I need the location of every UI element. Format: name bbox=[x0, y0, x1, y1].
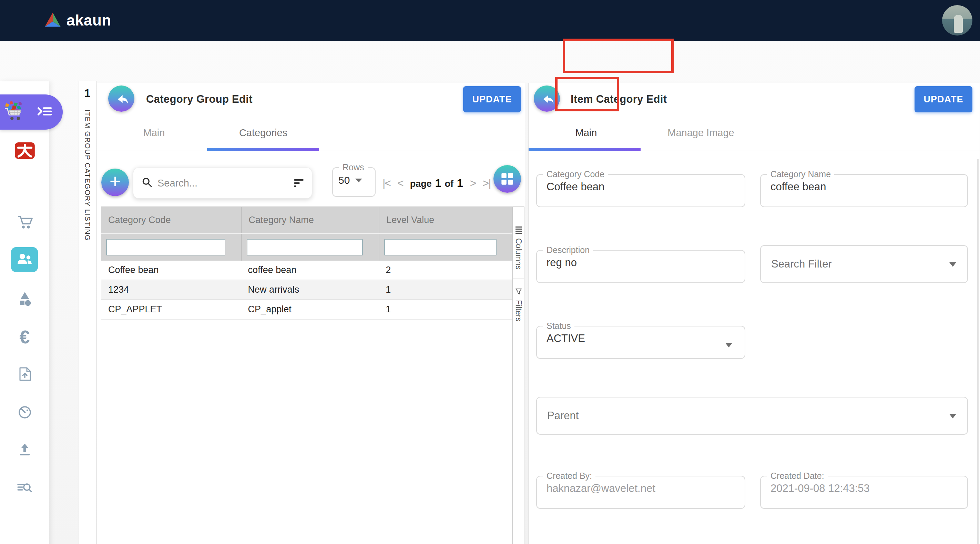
brand-name: akaun bbox=[67, 12, 111, 29]
cell-category-name: CP_applet bbox=[241, 304, 379, 315]
next-page-button[interactable]: > bbox=[470, 177, 476, 190]
header-level-value[interactable]: Level Value bbox=[379, 207, 512, 233]
page-word: page bbox=[410, 179, 432, 189]
sidebar-collapse-banner[interactable] bbox=[0, 94, 63, 129]
annotation-rect-main-tab bbox=[555, 77, 619, 112]
status-value: ACTIVE bbox=[547, 332, 745, 345]
timer-icon[interactable] bbox=[0, 405, 49, 420]
filter-input-category-code[interactable] bbox=[106, 239, 225, 255]
status-select[interactable]: Status ACTIVE bbox=[536, 321, 745, 359]
columns-label: Columns bbox=[514, 238, 523, 270]
back-arrow-icon bbox=[114, 91, 129, 106]
listing-tab-label: ITEM GROUP CATEGORY LISTING bbox=[83, 109, 92, 241]
cell-category-code: CP_APPLET bbox=[101, 304, 241, 315]
table-row[interactable]: CP_APPLET CP_applet 1 bbox=[101, 300, 512, 319]
grid-view-button[interactable] bbox=[493, 165, 521, 193]
tab-categories[interactable]: Categories bbox=[225, 127, 301, 139]
filters-side-tab[interactable]: Filters bbox=[513, 279, 524, 322]
header-category-name[interactable]: Category Name bbox=[241, 207, 379, 233]
cell-category-name: New arrivals bbox=[241, 284, 379, 295]
prev-page-button[interactable]: < bbox=[397, 177, 403, 190]
filters-label: Filters bbox=[514, 300, 523, 322]
active-tab-indicator-left bbox=[207, 148, 319, 151]
people-icon bbox=[16, 252, 33, 268]
grid-icon bbox=[500, 172, 514, 186]
filter-input-level-value[interactable] bbox=[384, 239, 496, 255]
status-label: Status bbox=[543, 321, 574, 331]
search-filter-select[interactable]: Search Filter bbox=[760, 245, 968, 283]
dropdown-caret-icon bbox=[949, 262, 956, 267]
columns-side-tab[interactable]: Columns bbox=[513, 207, 524, 279]
categories-table: Category Code Category Name Level Value … bbox=[101, 206, 525, 544]
collapse-menu-icon bbox=[37, 105, 52, 119]
dropdown-caret-icon bbox=[949, 414, 956, 418]
created-by-label: Created By: bbox=[543, 471, 595, 481]
last-page-button[interactable]: >| bbox=[482, 177, 490, 190]
filter-sort-icon[interactable] bbox=[294, 177, 304, 188]
app-window: akaun bbox=[0, 0, 980, 544]
listing-tab-index: 1 bbox=[79, 87, 96, 100]
back-button-left[interactable] bbox=[108, 86, 134, 112]
sidebar: € bbox=[0, 81, 49, 544]
app-red-icon[interactable] bbox=[0, 142, 49, 159]
description-label: Description bbox=[543, 245, 593, 255]
category-code-value: Coffee bean bbox=[547, 181, 745, 193]
category-code-field[interactable]: Category Code Coffee bean bbox=[536, 169, 745, 207]
sidebar-item-contacts-active[interactable] bbox=[11, 247, 38, 272]
vertical-scrollbar[interactable] bbox=[977, 159, 978, 544]
table-row[interactable]: 1234 New arrivals 1 bbox=[101, 280, 512, 300]
rows-label: Rows bbox=[339, 163, 368, 172]
created-date-field: Created Date: 2021-09-08 12:43:53 bbox=[760, 471, 968, 509]
update-button-right[interactable]: UPDATE bbox=[915, 86, 972, 112]
search-input[interactable] bbox=[158, 177, 289, 189]
description-value: reg no bbox=[547, 257, 745, 269]
columns-icon bbox=[515, 225, 522, 235]
category-group-edit-panel: Category Group Edit UPDATE Main Categori… bbox=[97, 83, 525, 544]
created-by-value: haknazar@wavelet.net bbox=[547, 482, 745, 495]
item-category-edit-panel: Item Category Edit UPDATE Main Manage Im… bbox=[528, 83, 980, 544]
cart-icon[interactable] bbox=[0, 215, 49, 230]
header-category-code[interactable]: Category Code bbox=[101, 207, 241, 233]
filter-input-category-name[interactable] bbox=[247, 239, 363, 255]
cell-level-value: 1 bbox=[379, 284, 512, 295]
created-date-label: Created Date: bbox=[767, 471, 828, 481]
rows-caret-icon bbox=[355, 179, 362, 182]
cell-category-code: 1234 bbox=[101, 284, 241, 295]
active-tab-indicator-right bbox=[528, 148, 641, 151]
table-filter-row bbox=[101, 233, 512, 261]
search-box bbox=[133, 168, 312, 199]
annotation-rect-title bbox=[563, 38, 674, 73]
tab-manage-image[interactable]: Manage Image bbox=[656, 127, 746, 139]
description-field[interactable]: Description reg no bbox=[536, 245, 745, 283]
rows-value: 50 bbox=[338, 174, 350, 186]
first-page-button[interactable]: |< bbox=[382, 177, 390, 190]
rows-per-page-select[interactable]: Rows 50 bbox=[332, 163, 375, 197]
colorful-cart-illustration bbox=[3, 101, 26, 123]
audit-search-icon[interactable] bbox=[0, 480, 49, 495]
cell-category-code: Coffee bean bbox=[101, 265, 241, 276]
update-button-left[interactable]: UPDATE bbox=[463, 86, 521, 112]
upload-icon[interactable] bbox=[0, 442, 49, 457]
dropdown-caret-icon bbox=[725, 343, 732, 347]
currency-euro-icon[interactable]: € bbox=[0, 326, 49, 348]
search-filter-placeholder: Search Filter bbox=[771, 258, 832, 270]
funnel-icon bbox=[515, 287, 522, 297]
parent-select[interactable]: Parent bbox=[536, 397, 968, 435]
add-category-button[interactable]: + bbox=[101, 169, 129, 196]
search-icon bbox=[142, 177, 153, 189]
cell-level-value: 2 bbox=[379, 265, 512, 276]
left-panel-title: Category Group Edit bbox=[146, 93, 253, 105]
created-date-value: 2021-09-08 12:43:53 bbox=[770, 482, 967, 495]
user-avatar[interactable] bbox=[942, 5, 972, 35]
shapes-icon[interactable] bbox=[0, 290, 49, 307]
cell-level-value: 1 bbox=[379, 304, 512, 315]
category-name-value: coffee bean bbox=[770, 181, 967, 193]
category-name-field[interactable]: Category Name coffee bean bbox=[760, 169, 968, 207]
tab-main-left[interactable]: Main bbox=[116, 127, 192, 139]
back-arrow-icon bbox=[539, 91, 554, 106]
file-export-icon[interactable] bbox=[0, 367, 49, 381]
listing-vertical-tab[interactable]: 1 ITEM GROUP CATEGORY LISTING bbox=[79, 81, 97, 544]
tab-main-right[interactable]: Main bbox=[548, 127, 624, 139]
brand-logo: akaun bbox=[44, 11, 111, 29]
table-row[interactable]: Coffee bean coffee bean 2 bbox=[101, 261, 512, 280]
